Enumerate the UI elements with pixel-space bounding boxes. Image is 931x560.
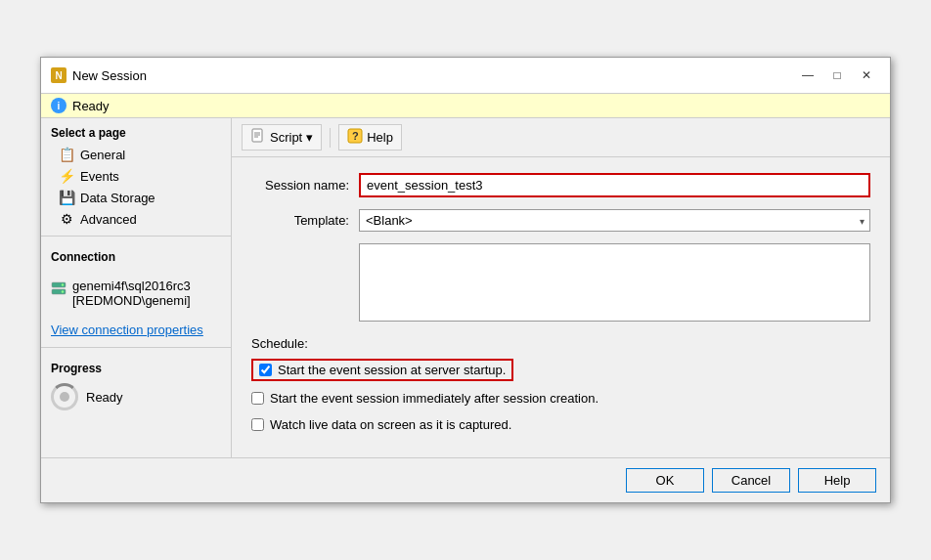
data-storage-label: Data Storage [80, 191, 155, 205]
schedule-label-text: Schedule: [251, 336, 308, 351]
script-button[interactable]: Script ▾ [242, 124, 322, 151]
view-connection-properties-link[interactable]: View connection properties [41, 319, 231, 341]
sidebar-item-advanced[interactable]: ⚙ Advanced [41, 208, 231, 230]
server-user: [REDMOND\genemi] [72, 293, 191, 308]
help-button[interactable]: ? Help [338, 124, 402, 151]
status-icon: i [51, 98, 66, 113]
template-control: <Blank> ▾ [359, 209, 870, 232]
template-row: Template: <Blank> ▾ [251, 209, 870, 232]
checkbox-row-watchlive: Watch live data on screen as it is captu… [251, 415, 870, 434]
progress-section: Ready [41, 379, 231, 414]
svg-point-2 [62, 283, 64, 285]
immediate-checkbox[interactable] [251, 392, 264, 405]
template-label: Template: [251, 213, 359, 228]
left-panel: Select a page 📋 General ⚡ Events 💾 Data … [41, 118, 232, 457]
server-name: genemi4f\sql2016rc3 [72, 279, 191, 293]
window-controls: — □ ✕ [794, 65, 880, 85]
progress-header: Progress [41, 354, 231, 379]
divider-1 [41, 236, 231, 237]
new-session-dialog: N New Session — □ ✕ i Ready Select a pag… [40, 57, 891, 503]
advanced-label: Advanced [80, 212, 137, 227]
general-icon: 📋 [59, 147, 74, 162]
status-bar: i Ready [41, 94, 890, 118]
immediate-checkbox-label: Start the event session immediately afte… [270, 391, 598, 406]
title-bar-left: N New Session [51, 67, 147, 83]
checkbox-row-immediate: Start the event session immediately afte… [251, 389, 870, 408]
server-name-block: genemi4f\sql2016rc3 [REDMOND\genemi] [72, 279, 191, 308]
template-desc-row [251, 243, 870, 324]
help-icon: ? [347, 128, 363, 147]
spinner-inner [60, 392, 69, 402]
schedule-label: Schedule: [251, 336, 870, 351]
toolbar-separator [330, 128, 331, 148]
svg-text:?: ? [352, 130, 359, 142]
server-icon [51, 280, 66, 296]
content-area: Select a page 📋 General ⚡ Events 💾 Data … [41, 118, 890, 457]
close-button[interactable]: ✕ [853, 65, 880, 85]
startup-checkbox[interactable] [259, 364, 272, 376]
progress-status: Ready [86, 390, 123, 405]
svg-point-3 [62, 290, 64, 292]
events-icon: ⚡ [59, 168, 74, 184]
template-select[interactable]: <Blank> [359, 209, 870, 232]
select-page-header: Select a page [41, 118, 231, 144]
script-icon [250, 128, 266, 147]
events-label: Events [80, 169, 119, 184]
status-text: Ready [72, 99, 110, 113]
script-dropdown-icon: ▾ [306, 130, 313, 145]
sidebar-item-general[interactable]: 📋 General [41, 144, 231, 165]
template-desc-control [359, 243, 870, 324]
title-bar: N New Session — □ ✕ [41, 58, 890, 94]
general-label: General [80, 148, 125, 162]
sidebar-item-data-storage[interactable]: 💾 Data Storage [41, 187, 231, 208]
script-label: Script [270, 130, 302, 145]
help-bottom-button[interactable]: Help [798, 468, 876, 493]
session-name-label: Session name: [251, 178, 359, 193]
startup-checkbox-label: Start the event session at server startu… [278, 363, 506, 377]
data-storage-icon: 💾 [59, 190, 74, 205]
dialog-title: New Session [72, 68, 147, 83]
connection-section: genemi4f\sql2016rc3 [REDMOND\genemi] [41, 268, 231, 319]
session-name-control [359, 173, 870, 197]
watchlive-checkbox[interactable] [251, 418, 264, 431]
bottom-bar: OK Cancel Help [41, 457, 890, 502]
divider-2 [41, 347, 231, 348]
cancel-button[interactable]: Cancel [712, 468, 790, 493]
help-label: Help [367, 130, 393, 145]
checkbox-startup-label[interactable]: Start the event session at server startu… [251, 359, 513, 381]
session-name-input[interactable] [359, 173, 870, 197]
connection-header: Connection [41, 242, 231, 268]
maximize-button[interactable]: □ [823, 65, 851, 85]
schedule-section: Schedule: Start the event session at ser… [251, 336, 870, 434]
advanced-icon: ⚙ [59, 211, 74, 227]
toolbar: Script ▾ ? Help [232, 118, 890, 157]
ok-button[interactable]: OK [626, 468, 704, 493]
session-name-row: Session name: [251, 173, 870, 197]
form-area: Session name: Template: <Blank> ▾ [232, 157, 890, 457]
watchlive-checkbox-label: Watch live data on screen as it is captu… [270, 417, 511, 432]
checkbox-row-startup-container: Start the event session at server startu… [251, 359, 870, 381]
dialog-icon: N [51, 67, 66, 83]
minimize-button[interactable]: — [794, 65, 821, 85]
progress-spinner [51, 383, 78, 410]
sidebar-item-events[interactable]: ⚡ Events [41, 165, 231, 187]
template-desc-textarea [359, 243, 870, 322]
right-panel: Script ▾ ? Help [232, 118, 890, 457]
server-info: genemi4f\sql2016rc3 [REDMOND\genemi] [51, 276, 221, 311]
